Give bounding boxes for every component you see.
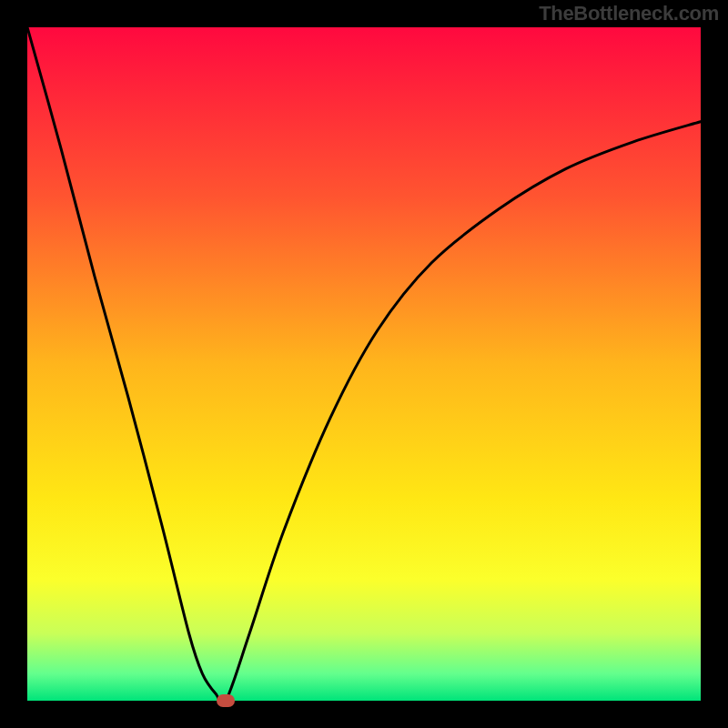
minimum-marker (217, 694, 235, 707)
watermark-label: TheBottleneck.com (539, 2, 719, 25)
plot-svg (27, 27, 701, 701)
plot-area (27, 27, 701, 701)
gradient-background (27, 27, 701, 701)
plot-frame: TheBottleneck.com (0, 0, 728, 728)
